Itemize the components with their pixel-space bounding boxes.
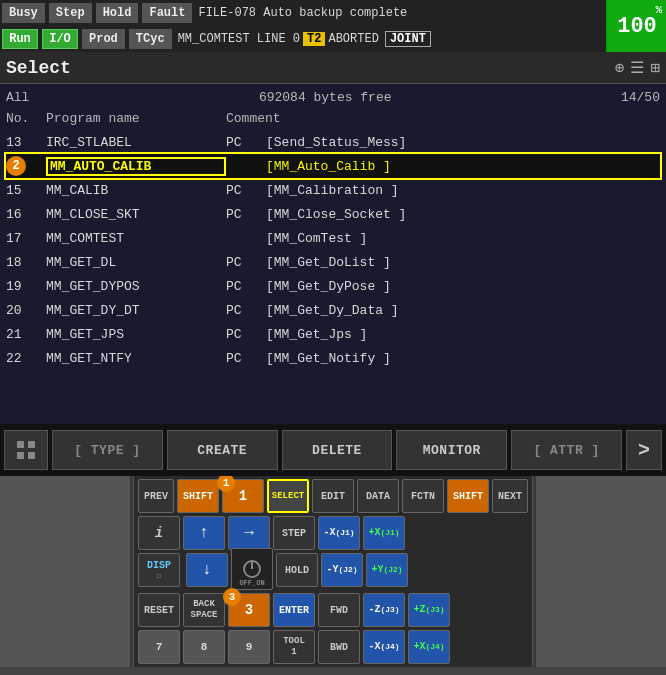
backspace-key[interactable]: BACKSPACE [183,593,225,627]
status-row-2: Run I/O Prod TCyc MM_COMTEST LINE 0 T2 A… [0,26,606,52]
hold-btn[interactable]: Hold [96,3,139,23]
svg-rect-3 [28,452,35,459]
delete-button[interactable]: DELETE [282,430,393,470]
row-no: 17 [6,231,46,246]
power-off-key[interactable]: OFF_ON [231,548,273,590]
keypad-area: PREV SHIFT 1 1 SELECT EDIT DATA FCTN SHI… [0,476,666,667]
grid-menu-button[interactable] [4,430,48,470]
down-key[interactable]: ↓ [186,553,228,587]
up-page-key[interactable]: ↑ [183,516,225,550]
program-list: All 692084 bytes free 14/50 No. Program … [0,84,666,424]
all-label: All [6,90,29,105]
minus-y-j2-key[interactable]: -Y(J2) [321,553,363,587]
table-row[interactable]: 18 MM_GET_DL PC [MM_Get_DoList ] [6,250,660,274]
keypad-row-1: PREV SHIFT 1 1 SELECT EDIT DATA FCTN SHI… [138,479,528,513]
row-type: PC [226,279,266,294]
monitor-button[interactable]: MONITOR [396,430,507,470]
row-type: PC [226,135,266,150]
col-no-header: No. [6,111,46,126]
row-type: PC [226,207,266,222]
info-key[interactable]: i [138,516,180,550]
key-7[interactable]: 7 [138,630,180,664]
table-row[interactable]: 19 MM_GET_DYPOS PC [MM_Get_DyPose ] [6,274,660,298]
row-no: 18 [6,255,46,270]
attr-button[interactable]: [ ATTR ] [511,430,622,470]
minus-z-j3-key[interactable]: -Z(J3) [363,593,405,627]
key-3[interactable]: 3 3 [228,593,270,627]
keypad-row-5: 7 8 9 TOOL1 BWD -X(J4) +X(J4) [138,630,528,664]
prev-key[interactable]: PREV [138,479,174,513]
row-comment: [MM_Calibration ] [266,183,660,198]
row-comment: [MM_Get_DoList ] [266,255,660,270]
zoom-icon[interactable]: ⊕ [615,58,625,78]
hold-key[interactable]: HOLD [276,553,318,587]
row-no: 19 [6,279,46,294]
select-key[interactable]: SELECT [267,479,309,513]
row-type: PC [226,255,266,270]
line-text: MM_COMTEST LINE 0 [178,32,300,46]
table-row[interactable]: 20 MM_GET_DY_DT PC [MM_Get_Dy_Data ] [6,298,660,322]
right-page-key[interactable]: → [228,516,270,550]
row-name: MM_CALIB [46,183,226,198]
list-view-icon[interactable]: ☰ [630,58,644,78]
io-btn[interactable]: I/O [42,29,78,49]
t2-badge: T2 [303,32,325,46]
table-row[interactable]: 21 MM_GET_JPS PC [MM_Get_Jps ] [6,322,660,346]
row-no: 16 [6,207,46,222]
keypad-container: PREV SHIFT 1 1 SELECT EDIT DATA FCTN SHI… [133,476,533,667]
run-btn[interactable]: Run [2,29,38,49]
row-type: PC [226,183,266,198]
edit-key[interactable]: EDIT [312,479,354,513]
plus-y-j2-key[interactable]: +Y(J2) [366,553,408,587]
table-row[interactable]: 16 MM_CLOSE_SKT PC [MM_Close_Socket ] [6,202,660,226]
bwd-key[interactable]: BWD [318,630,360,664]
row-comment: [MM_Get_Notify ] [266,351,660,366]
step-key[interactable]: STEP [273,516,315,550]
col-comment-header: Comment [226,111,660,126]
row-comment: [MM_Get_DyPose ] [266,279,660,294]
svg-rect-0 [17,441,24,448]
grid-view-icon[interactable]: ⊞ [650,58,660,78]
row-type: PC [226,303,266,318]
more-button[interactable]: > [626,430,662,470]
tool1-key[interactable]: TOOL1 [273,630,315,664]
plus-x-j1-key[interactable]: +X(J1) [363,516,405,550]
key-1[interactable]: 1 1 [222,479,264,513]
plus-z-j3-key[interactable]: +Z(J3) [408,593,450,627]
shift-key-right[interactable]: SHIFT [447,479,489,513]
row-name: MM_CLOSE_SKT [46,207,226,222]
next-key[interactable]: NEXT [492,479,528,513]
keypad-row-4: RESET BACKSPACE 3 3 ENTER FWD -Z(J3) +Z(… [138,593,528,627]
minus-x-j4-key[interactable]: -X(J4) [363,630,405,664]
busy-btn[interactable]: Busy [2,3,45,23]
badge-1: 1 [217,476,235,492]
step-btn[interactable]: Step [49,3,92,23]
key-8[interactable]: 8 [183,630,225,664]
create-button[interactable]: CREATE [167,430,278,470]
percent-value: 100 [617,14,657,39]
count-display: 14/50 [621,90,660,105]
fault-btn[interactable]: Fault [142,3,192,23]
key-9[interactable]: 9 [228,630,270,664]
disp-key[interactable]: DISP ☐ [138,553,180,587]
row-name: MM_GET_DL [46,255,226,270]
minus-x-j1-key[interactable]: -X(J1) [318,516,360,550]
fctn-key[interactable]: FCTN [402,479,444,513]
bytes-free: 692084 bytes free [259,90,392,105]
table-row[interactable]: 13 IRC_STLABEL PC [Send_Status_Mess] [6,130,660,154]
fwd-key[interactable]: FWD [318,593,360,627]
row-name: IRC_STLABEL [46,135,226,150]
row-name: MM_COMTEST [46,231,226,246]
prod-btn[interactable]: Prod [82,29,125,49]
type-button[interactable]: [ TYPE ] [52,430,163,470]
plus-x-j4-key[interactable]: +X(J4) [408,630,450,664]
shift-key-left[interactable]: SHIFT [177,479,219,513]
table-row[interactable]: 22 MM_GET_NTFY PC [MM_Get_Notify ] [6,346,660,370]
table-row[interactable]: 15 MM_CALIB PC [MM_Calibration ] [6,178,660,202]
enter-key[interactable]: ENTER [273,593,315,627]
data-key[interactable]: DATA [357,479,399,513]
reset-key[interactable]: RESET [138,593,180,627]
table-row-selected[interactable]: 2 MM_AUTO_CALIB [MM_Auto_Calib ] [6,154,660,178]
tcyc-btn[interactable]: TCyc [129,29,172,49]
table-row[interactable]: 17 MM_COMTEST [MM_ComTest ] [6,226,660,250]
